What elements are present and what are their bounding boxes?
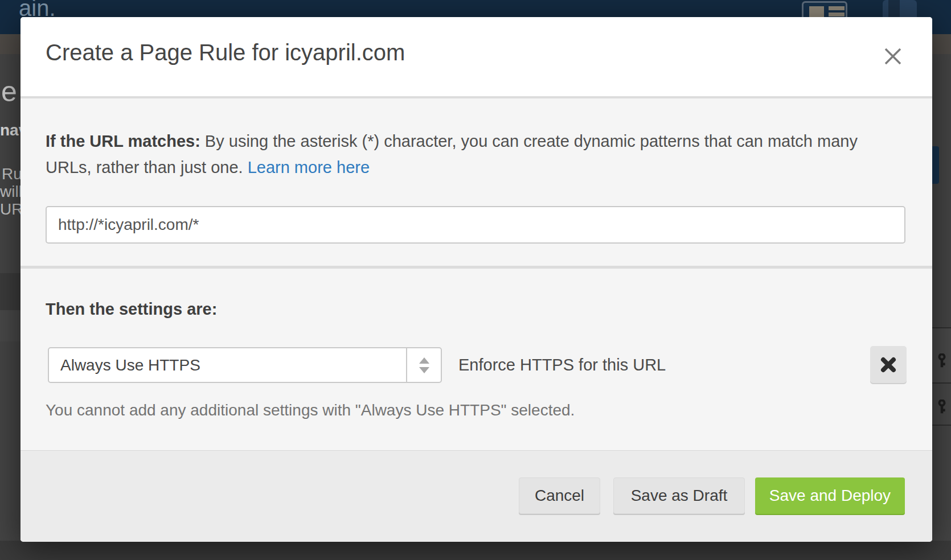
url-pattern-input[interactable] [46,206,905,244]
background-blue-button-fragment [931,146,939,184]
url-match-paragraph: If the URL matches: By using the asteris… [46,128,888,180]
news-icon-block [809,6,824,18]
url-match-label: If the URL matches: [46,132,200,150]
remove-setting-button[interactable] [870,346,907,383]
create-page-rule-modal: Create a Page Rule for icyapril.com If t… [21,17,932,542]
background-text-fragment: Ru [2,165,22,183]
bell-icon-notch [888,0,900,17]
setting-select-value: Always Use HTTPS [60,348,200,382]
background-table-row-band [0,310,21,341]
background-text-fragment: e [1,75,17,108]
close-button[interactable] [878,41,908,72]
setting-note: You cannot add any additional settings w… [46,401,575,419]
save-as-draft-button[interactable]: Save as Draft [613,477,745,514]
setting-description: Enforce HTTPS for this URL [458,347,666,383]
cancel-button[interactable]: Cancel [519,477,600,514]
setting-select[interactable]: Always Use HTTPS [48,347,442,383]
background-table-header-band [0,273,21,310]
background-page-bottom [0,541,951,560]
modal-footer: Cancel Save as Draft Save and Deploy [21,450,932,542]
setting-row: Always Use HTTPS Enforce HTTPS for this … [21,347,932,383]
background-text-fragment: UR [0,200,23,219]
background-setting-row-fragment [932,382,951,426]
remove-setting-icon [880,356,897,373]
background-text-fragment: will [0,183,22,201]
save-and-deploy-button[interactable]: Save and Deploy [755,477,905,514]
key-icon [934,353,949,368]
modal-body: If the URL matches: By using the asteris… [21,101,932,450]
background-setting-row-fragment [932,327,951,382]
learn-more-link[interactable]: Learn more here [248,158,370,176]
chevron-down-icon [419,367,429,373]
modal-title: Create a Page Rule for icyapril.com [46,40,405,65]
stepper-icon[interactable] [406,348,441,382]
chevron-up-icon [419,357,429,364]
modal-header: Create a Page Rule for icyapril.com [21,17,932,98]
news-icon-bar [829,6,845,10]
settings-heading: Then the settings are: [46,300,217,319]
news-icon-bar [829,13,845,17]
close-icon [883,47,903,66]
section-divider [21,266,932,269]
key-icon [934,400,949,414]
